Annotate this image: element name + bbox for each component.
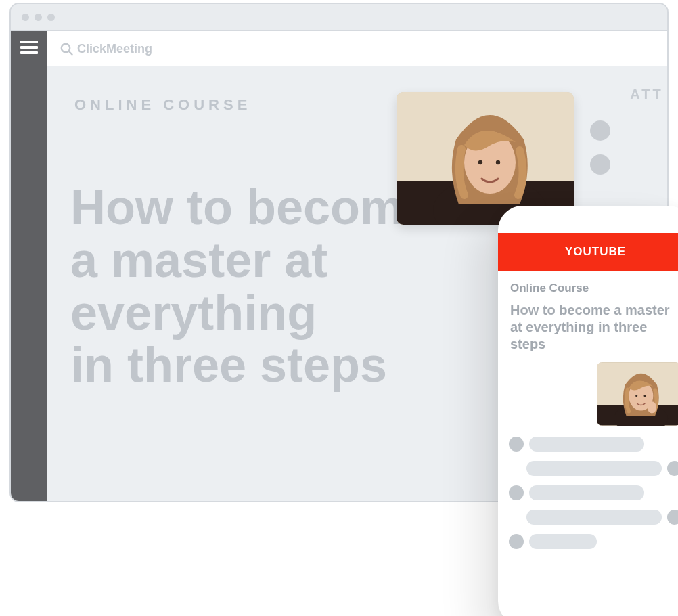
avatar[interactable] [590, 154, 610, 175]
svg-line-1 [69, 51, 72, 55]
traffic-dot-close[interactable] [22, 14, 29, 21]
svg-point-13 [643, 395, 646, 397]
presenter-video-tile[interactable] [397, 92, 574, 225]
chat-message[interactable] [509, 534, 678, 549]
avatar[interactable] [590, 120, 610, 141]
phone-content: Online Course How to become a master at … [498, 271, 678, 426]
phone-presenter-video[interactable] [597, 362, 678, 426]
avatar-icon [667, 510, 678, 525]
chat-bubble [526, 510, 662, 525]
svg-point-14 [648, 401, 656, 413]
brand-name: ClickMeeting [77, 42, 152, 56]
stage: ClickMeeting ONLINE COURSE How to become… [0, 0, 678, 616]
hamburger-icon[interactable] [20, 41, 38, 54]
phone-title: How to become a master at everything in … [510, 302, 678, 353]
brand-mark-icon [60, 42, 73, 56]
svg-point-7 [496, 160, 500, 164]
traffic-dot-min[interactable] [35, 14, 42, 21]
browser-titlebar [11, 4, 667, 31]
chat-bubble [529, 534, 597, 549]
chat-message[interactable] [509, 510, 678, 525]
presenter-illustration-small [597, 362, 678, 426]
topbar: ClickMeeting [47, 31, 667, 66]
phone-chat [498, 437, 678, 549]
avatar-icon [667, 461, 678, 476]
left-sidebar [11, 31, 47, 501]
avatar-icon [509, 485, 524, 500]
phone-mock: YOUTUBE Online Course How to become a ma… [498, 206, 678, 616]
avatar-icon [509, 437, 524, 452]
attendees-list [590, 120, 669, 175]
svg-point-12 [635, 395, 637, 397]
chat-message[interactable] [509, 437, 678, 452]
presenter-illustration [397, 92, 574, 225]
chat-bubble [529, 437, 644, 452]
traffic-lights [22, 14, 55, 21]
phone-eyebrow: Online Course [510, 282, 678, 295]
svg-point-6 [478, 160, 482, 164]
chat-message[interactable] [509, 461, 678, 476]
traffic-dot-max[interactable] [47, 14, 55, 21]
chat-bubble [529, 485, 644, 500]
chat-bubble [526, 461, 662, 476]
slide-eyebrow: ONLINE COURSE [74, 96, 251, 114]
avatar-icon [509, 534, 524, 549]
attendees-label: ATT [600, 87, 669, 102]
phone-tab-youtube[interactable]: YOUTUBE [498, 233, 678, 271]
brand-logo[interactable]: ClickMeeting [60, 42, 152, 56]
chat-message[interactable] [509, 485, 678, 500]
